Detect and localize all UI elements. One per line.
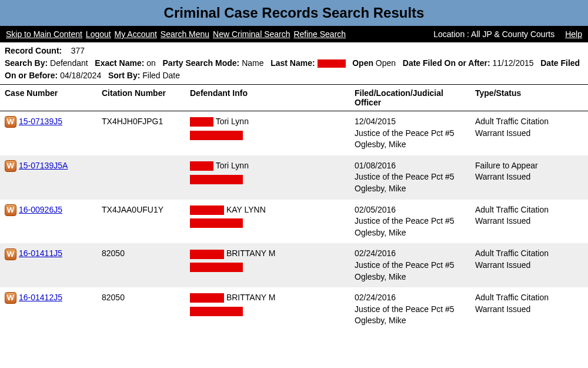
cell-defendant: Tori Lynn bbox=[185, 111, 350, 155]
location: Justice of the Peace Pct #5 bbox=[355, 128, 466, 140]
cell-filed: 12/04/2015Justice of the Peace Pct #5Ogl… bbox=[350, 111, 470, 155]
search-menu-link[interactable]: Search Menu bbox=[161, 29, 209, 39]
case-type: Adult Traffic Citation bbox=[475, 116, 583, 128]
skip-link[interactable]: Skip to Main Content bbox=[6, 29, 82, 39]
cell-defendant: Tori Lynn bbox=[185, 155, 350, 200]
sort-by-label: Sort By: bbox=[108, 71, 140, 80]
cell-defendant: KAY LYNN bbox=[185, 200, 350, 244]
case-status: Warrant Issued bbox=[475, 216, 583, 227]
judicial-officer: Oglesby, Mike bbox=[355, 271, 466, 283]
exact-name-label: Exact Name: bbox=[95, 58, 144, 68]
redacted-line bbox=[190, 218, 243, 228]
table-row: W16-01411J582050 BRITTANY M02/24/2016Jus… bbox=[0, 243, 588, 287]
table-row: W16-01412J582050 BRITTANY M02/24/2016Jus… bbox=[0, 287, 588, 331]
case-status: Warrant Issued bbox=[475, 171, 583, 183]
case-type: Adult Traffic Citation bbox=[475, 292, 583, 304]
col-case-number: Case Number bbox=[0, 85, 97, 111]
help-link[interactable]: Help bbox=[565, 29, 582, 39]
filed-date: 01/08/2016 bbox=[355, 160, 466, 172]
cell-citation bbox=[97, 155, 185, 200]
refine-search-link[interactable]: Refine Search bbox=[293, 29, 346, 39]
table-header-row: Case Number Citation Number Defendant In… bbox=[0, 85, 588, 111]
location: Justice of the Peace Pct #5 bbox=[355, 171, 466, 183]
cell-case-number: W16-01411J5 bbox=[0, 243, 97, 287]
cell-filed: 02/24/2016Justice of the Peace Pct #5Ogl… bbox=[350, 243, 470, 287]
location: Justice of the Peace Pct #5 bbox=[355, 304, 466, 316]
redacted-line bbox=[190, 175, 243, 184]
search-by-label: Search By: bbox=[5, 58, 48, 68]
location: Justice of the Peace Pct #5 bbox=[355, 216, 466, 227]
last-name-label: Last Name: bbox=[270, 58, 315, 68]
table-row: W16-00926J5TX4JAA0UFU1Y KAY LYNN02/05/20… bbox=[0, 200, 588, 244]
redacted-line bbox=[190, 263, 243, 272]
cell-type-status: Failure to AppearWarrant Issued bbox=[470, 155, 588, 200]
page-title: Criminal Case Records Search Results bbox=[0, 5, 588, 21]
redacted-surname bbox=[190, 250, 224, 259]
case-number-link[interactable]: 15-07139J5 bbox=[19, 117, 62, 126]
sort-by-value: Filed Date bbox=[142, 71, 180, 80]
search-meta: Record Count: 377 Search By: Defendant E… bbox=[0, 42, 588, 84]
case-type: Failure to Appear bbox=[475, 160, 583, 172]
warrant-icon: W bbox=[5, 204, 16, 216]
record-count-value: 377 bbox=[71, 46, 85, 55]
redacted-surname bbox=[190, 205, 224, 215]
my-account-link[interactable]: My Account bbox=[115, 29, 157, 39]
cell-defendant: BRITTANY M bbox=[185, 287, 350, 331]
last-name-redacted bbox=[318, 59, 346, 68]
cell-type-status: Adult Traffic CitationWarrant Issued bbox=[470, 200, 588, 244]
filed-date: 02/05/2016 bbox=[355, 204, 466, 216]
defendant-name-visible: BRITTANY M bbox=[224, 248, 275, 258]
record-count-label: Record Count: bbox=[5, 46, 62, 55]
case-number-link[interactable]: 16-00926J5 bbox=[19, 205, 62, 214]
location: Justice of the Peace Pct #5 bbox=[355, 260, 466, 271]
warrant-icon: W bbox=[5, 160, 16, 172]
redacted-surname bbox=[190, 161, 213, 171]
filed-after-label: Date Filed On or After: bbox=[403, 58, 490, 68]
col-type-status: Type/Status bbox=[470, 85, 588, 111]
defendant-name-visible: Tori Lynn bbox=[213, 117, 249, 126]
cell-citation: 82050 bbox=[97, 287, 185, 331]
redacted-line bbox=[190, 307, 243, 316]
nav-right: Location : All JP & County Courts Help bbox=[433, 29, 582, 39]
party-mode-label: Party Search Mode: bbox=[163, 58, 240, 68]
case-number-link[interactable]: 16-01412J5 bbox=[19, 293, 62, 302]
location-label: Location : All JP & County Courts bbox=[433, 29, 554, 39]
nav-links: Skip to Main Content Logout My Account S… bbox=[6, 29, 347, 39]
cell-case-number: W15-07139J5 bbox=[0, 111, 97, 155]
cell-type-status: Adult Traffic CitationWarrant Issued bbox=[470, 243, 588, 287]
cell-filed: 01/08/2016Justice of the Peace Pct #5Ogl… bbox=[350, 155, 470, 200]
case-type: Adult Traffic Citation bbox=[475, 248, 583, 260]
col-defendant-info: Defendant Info bbox=[185, 85, 350, 111]
cell-case-number: W16-00926J5 bbox=[0, 200, 97, 244]
cell-filed: 02/24/2016Justice of the Peace Pct #5Ogl… bbox=[350, 287, 470, 331]
cell-citation: TX4HJH0FJPG1 bbox=[97, 111, 185, 155]
col-filed-location: Filed/Location/Judicial Officer bbox=[350, 85, 470, 111]
filed-date: 12/04/2015 bbox=[355, 116, 466, 128]
case-status: Warrant Issued bbox=[475, 128, 583, 140]
open-label: Open bbox=[352, 58, 373, 68]
judicial-officer: Oglesby, Mike bbox=[355, 139, 466, 151]
search-by-value: Defendant bbox=[50, 58, 88, 68]
filed-date: 02/24/2016 bbox=[355, 292, 466, 304]
case-number-link[interactable]: 16-01411J5 bbox=[19, 248, 62, 258]
results-table: Case Number Citation Number Defendant In… bbox=[0, 84, 588, 331]
case-number-link[interactable]: 15-07139J5A bbox=[19, 161, 68, 170]
cell-citation: 82050 bbox=[97, 243, 185, 287]
defendant-name-visible: KAY LYNN bbox=[224, 205, 266, 214]
cell-type-status: Adult Traffic CitationWarrant Issued bbox=[470, 287, 588, 331]
table-row: W15-07139J5A Tori Lynn01/08/2016Justice … bbox=[0, 155, 588, 200]
nav-bar: Skip to Main Content Logout My Account S… bbox=[0, 26, 588, 42]
header-band: Criminal Case Records Search Results bbox=[0, 0, 588, 26]
open-value: Open bbox=[376, 58, 396, 68]
filed-date: 02/24/2016 bbox=[355, 248, 466, 260]
warrant-icon: W bbox=[5, 292, 16, 304]
defendant-name-visible: BRITTANY M bbox=[224, 293, 275, 302]
redacted-surname bbox=[190, 117, 213, 127]
logout-link[interactable]: Logout bbox=[86, 29, 111, 39]
cell-type-status: Adult Traffic CitationWarrant Issued bbox=[470, 111, 588, 155]
judicial-officer: Oglesby, Mike bbox=[355, 227, 466, 239]
case-status: Warrant Issued bbox=[475, 260, 583, 271]
table-row: W15-07139J5TX4HJH0FJPG1 Tori Lynn12/04/2… bbox=[0, 111, 588, 155]
new-criminal-search-link[interactable]: New Criminal Search bbox=[213, 29, 290, 39]
defendant-name-visible: Tori Lynn bbox=[213, 161, 249, 170]
